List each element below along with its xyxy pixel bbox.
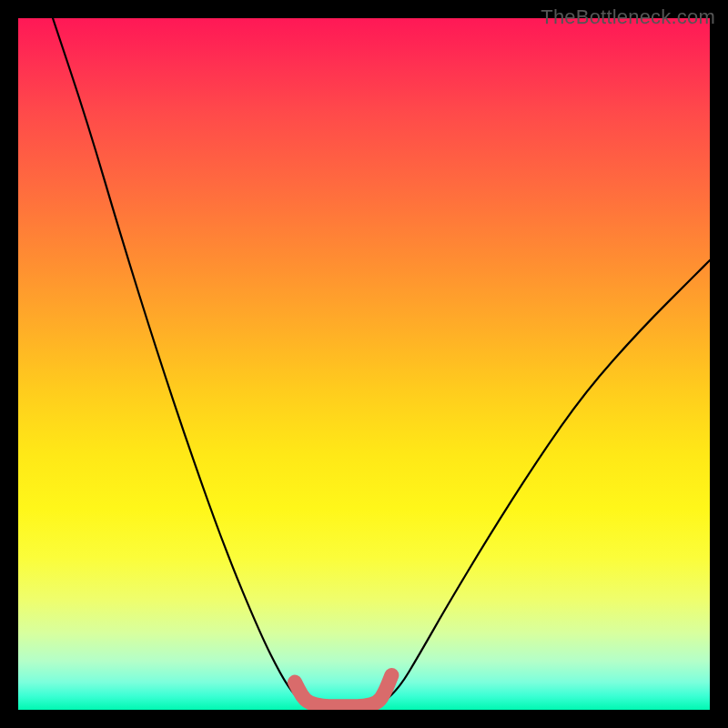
series-optimal-zone <box>295 675 391 706</box>
series-bottleneck-curve-right <box>378 260 710 706</box>
watermark-text: TheBottleneck.com <box>541 5 715 29</box>
chart-series-container <box>53 18 710 706</box>
series-bottleneck-curve-left <box>53 18 308 706</box>
chart-svg <box>18 18 710 710</box>
chart-plot-area <box>18 18 710 710</box>
